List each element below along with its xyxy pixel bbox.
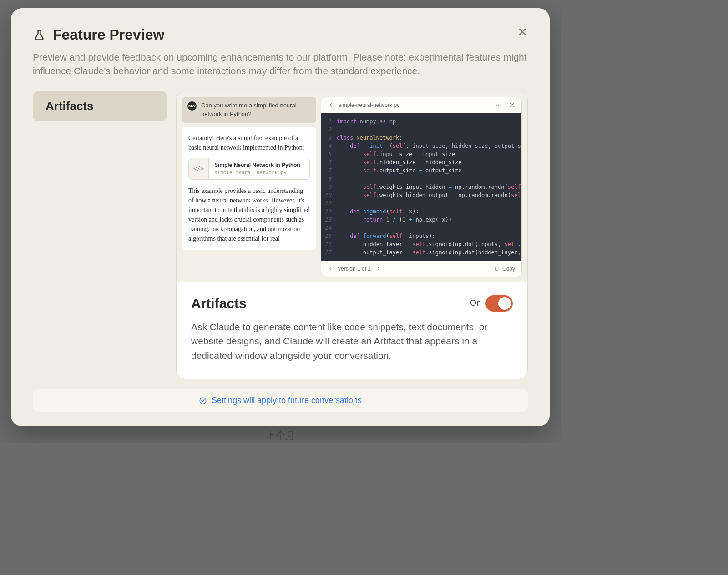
sidebar-item-artifacts[interactable]: Artifacts [33,91,167,121]
prev-version-icon[interactable] [328,266,334,272]
footer-notice-text: Settings will apply to future conversati… [212,396,362,405]
code-header-right [495,102,515,108]
copy-label: Copy [502,266,515,272]
feature-header: Artifacts On [191,295,513,312]
chat-column: MW Can you write me a simplified neural … [182,97,316,277]
code-filename: simple-neural-network.py [339,102,399,108]
artifact-title: Simple Neural Network in Python [214,162,300,169]
artifacts-toggle[interactable] [485,295,513,312]
svg-point-2 [500,105,500,105]
flask-icon [33,29,46,41]
artifact-meta: Simple Neural Network in Python simple-n… [209,158,306,180]
toggle-group: On [470,295,513,312]
artifact-card[interactable]: </> Simple Neural Network in Python simp… [188,158,310,180]
assistant-intro: Certainly! Here's a simplified example o… [188,133,310,152]
back-arrow-icon[interactable] [328,102,334,108]
feature-title: Artifacts [191,296,247,311]
close-icon[interactable] [517,26,528,37]
modal-title: Feature Preview [53,26,164,43]
close-code-icon[interactable] [509,102,515,108]
artifact-filename: simple-neural-network.py [214,170,300,176]
code-header: simple-neural-network.py [321,97,521,113]
footer-notice: Settings will apply to future conversati… [33,389,528,412]
svg-point-1 [498,105,498,105]
svg-point-4 [200,398,206,404]
version-label: version 1 of 1 [338,266,371,272]
code-header-left: simple-neural-network.py [328,102,399,108]
assistant-message: Certainly! Here's a simplified example o… [182,127,316,250]
user-avatar: MW [187,101,197,111]
assistant-outro: This example provides a basic understand… [188,186,310,243]
code-icon: </> [189,158,209,180]
modal-description: Preview and provide feedback on upcoming… [33,50,528,78]
feature-section: Artifacts On Ask Claude to generate cont… [177,282,527,379]
code-body[interactable]: 1import numpy as np 2 3class NeuralNetwo… [321,113,521,261]
sidebar: Artifacts [33,91,167,380]
code-footer: version 1 of 1 Copy [321,261,521,277]
toggle-label: On [470,298,481,308]
content-area: MW Can you write me a simplified neural … [176,91,528,380]
check-circle-icon [199,397,207,405]
clipboard-icon [494,266,500,272]
feature-description: Ask Claude to generate content like code… [191,320,513,363]
code-panel: simple-neural-network.py 1import numpy a… [321,97,522,277]
toggle-knob [498,297,511,310]
copy-button[interactable]: Copy [494,266,515,272]
user-message-text: Can you write me a simplified neural net… [201,101,311,119]
next-version-icon[interactable] [375,266,381,272]
feature-preview-modal: Feature Preview Preview and provide feed… [11,8,550,426]
svg-rect-3 [495,267,498,271]
modal-title-row: Feature Preview [33,26,164,43]
more-icon[interactable] [495,102,501,108]
code-footer-left: version 1 of 1 [328,266,381,272]
modal-body: Artifacts MW Can you write me a simplifi… [33,91,528,380]
svg-point-0 [496,105,496,105]
background-text: 上个月 [265,429,295,443]
preview-area: MW Can you write me a simplified neural … [177,91,527,282]
modal-header: Feature Preview [33,26,528,43]
user-message: MW Can you write me a simplified neural … [182,97,316,123]
